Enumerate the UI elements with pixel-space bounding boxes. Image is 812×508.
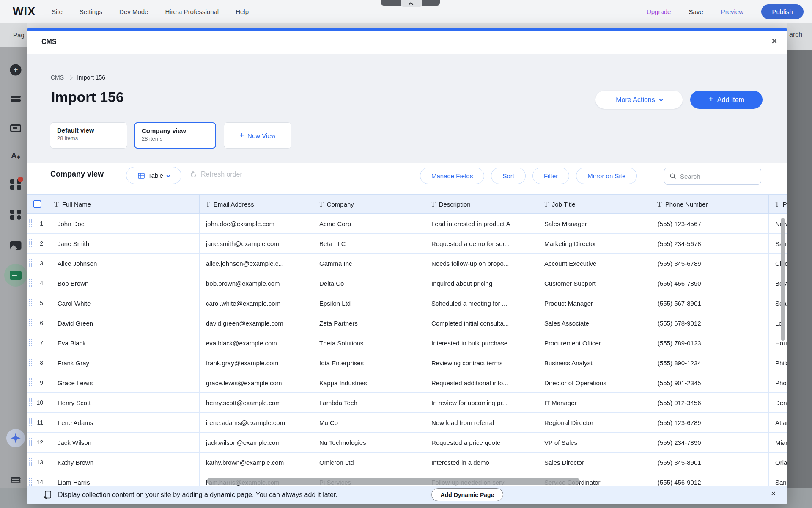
cell-clipped[interactable]: New Y (769, 214, 787, 233)
top-nav-item[interactable]: Dev Mode (119, 8, 148, 15)
cell-job-title[interactable]: Sales Director (538, 453, 651, 472)
cell-email[interactable]: irene.adams@example.com (200, 413, 313, 432)
site-menu-icon[interactable] (11, 94, 21, 103)
cell-description[interactable]: Requested additional info... (425, 373, 538, 392)
cell-phone[interactable]: (555) 567-8901 (651, 293, 769, 313)
column-header-job-title[interactable]: TJob Title (538, 195, 651, 213)
cms-panel-icon[interactable] (4, 264, 27, 287)
cell-description[interactable]: New lead from referral (425, 413, 538, 432)
cell-job-title[interactable]: Business Analyst (538, 353, 651, 373)
top-nav-item[interactable]: Settings (80, 8, 102, 15)
drag-handle[interactable] (29, 259, 33, 268)
cell-full-name[interactable]: Alice Johnson (48, 254, 200, 273)
cell-job-title[interactable]: Sales Manager (538, 214, 651, 233)
cell-company[interactable]: Delta Co (313, 273, 425, 293)
search-box[interactable] (664, 168, 761, 185)
table-row[interactable]: 8 Frank Gray frank.gray@example.com Iota… (27, 353, 787, 373)
cell-phone[interactable]: (555) 234-7890 (651, 433, 769, 452)
cell-description[interactable]: Interested in bulk purchase (425, 333, 538, 353)
search-input[interactable] (680, 173, 752, 180)
drag-handle[interactable] (29, 398, 33, 407)
cell-description[interactable]: Reviewing contract terms (425, 353, 538, 373)
column-header-company[interactable]: TCompany (313, 195, 425, 213)
cell-full-name[interactable]: Jack Wilson (48, 433, 200, 452)
cell-company[interactable]: Mu Co (313, 413, 425, 432)
cell-email[interactable]: eva.black@example.com (200, 333, 313, 353)
cell-full-name[interactable]: Bob Brown (48, 273, 200, 293)
cell-full-name[interactable]: Kathy Brown (48, 453, 200, 472)
cell-email[interactable]: grace.lewis@example.com (200, 373, 313, 392)
column-header-email[interactable]: TEmail Address (200, 195, 313, 213)
view-tab-company-selected[interactable]: Company view 28 items (134, 122, 216, 149)
cell-email[interactable]: bob.brown@example.com (200, 273, 313, 293)
cell-job-title[interactable]: Customer Support (538, 273, 651, 293)
cell-full-name[interactable]: Frank Gray (48, 353, 200, 373)
cell-phone[interactable]: (555) 123-4567 (651, 214, 769, 233)
cell-clipped[interactable]: Denv (769, 393, 787, 412)
table-row[interactable]: 2 Jane Smith jane.smith@example.com Beta… (27, 234, 787, 254)
cell-job-title[interactable]: Product Manager (538, 293, 651, 313)
layers-icon[interactable] (11, 478, 20, 483)
add-element-icon[interactable]: + (10, 64, 22, 76)
cell-clipped[interactable]: San D (769, 472, 787, 486)
table-row[interactable]: 9 Grace Lewis grace.lewis@example.com Ka… (27, 373, 787, 393)
cell-job-title[interactable]: Regional Director (538, 413, 651, 432)
elements-panel-icon[interactable] (10, 179, 21, 190)
cell-email[interactable]: kathy.brown@example.com (200, 453, 313, 472)
view-tab-default[interactable]: Default view 28 items (50, 122, 127, 149)
cell-clipped[interactable]: Seatt (769, 293, 787, 313)
cell-job-title[interactable]: Procurement Officer (538, 333, 651, 353)
cell-clipped[interactable]: Bosto (769, 273, 787, 293)
cell-job-title[interactable]: Marketing Director (538, 234, 651, 253)
cell-clipped[interactable]: Phila (769, 353, 787, 373)
cell-description[interactable]: Requested a price quote (425, 433, 538, 452)
cell-company[interactable]: Kappa Industries (313, 373, 425, 392)
cell-company[interactable]: Omicron Ltd (313, 453, 425, 472)
toolbar-pill-button[interactable]: Filter (532, 168, 569, 184)
cell-email[interactable]: john.doe@example.com (200, 214, 313, 233)
drag-handle[interactable] (29, 418, 33, 427)
drag-handle[interactable] (29, 478, 33, 486)
drag-handle[interactable] (29, 319, 33, 327)
site-design-icon[interactable]: A◆ (11, 151, 20, 160)
new-view-button[interactable]: + New View (224, 122, 291, 149)
table-row[interactable]: 13 Kathy Brown kathy.brown@example.com O… (27, 453, 787, 472)
cell-email[interactable]: alice.johnson@example.c... (200, 254, 313, 273)
cell-description[interactable]: Interested in a demo (425, 453, 538, 472)
cell-description[interactable]: Inquired about pricing (425, 273, 538, 293)
table-row[interactable]: 4 Bob Brown bob.brown@example.com Delta … (27, 273, 787, 293)
cell-company[interactable]: Acme Corp (313, 214, 425, 233)
save-button[interactable]: Save (689, 8, 703, 15)
top-nav-item[interactable]: Help (236, 8, 249, 15)
table-row[interactable]: 3 Alice Johnson alice.johnson@example.c.… (27, 254, 787, 273)
drag-handle[interactable] (29, 279, 33, 287)
cell-email[interactable]: david.green@example.com (200, 313, 313, 333)
drag-handle[interactable] (29, 239, 33, 248)
page-sections-icon[interactable] (10, 124, 21, 132)
vertical-scrollbar-thumb[interactable] (781, 218, 785, 341)
add-dynamic-page-button[interactable]: Add Dynamic Page (431, 488, 503, 501)
drag-handle[interactable] (29, 359, 33, 367)
close-icon[interactable]: × (771, 36, 777, 46)
table-row[interactable]: 5 Carol White carol.white@example.com Ep… (27, 293, 787, 313)
drag-handle[interactable] (29, 339, 33, 347)
table-row[interactable]: 12 Jack Wilson jack.wilson@example.com N… (27, 433, 787, 453)
cell-clipped[interactable]: Hous (769, 333, 787, 353)
drag-handle[interactable] (29, 299, 33, 307)
cell-phone[interactable]: (555) 123-6789 (651, 413, 769, 432)
cell-description[interactable]: Needs follow-up on propo... (425, 254, 538, 273)
column-header-full-name[interactable]: TFull Name (48, 195, 200, 213)
layout-selector[interactable]: Table (126, 167, 181, 184)
cell-full-name[interactable]: Carol White (48, 293, 200, 313)
drag-handle[interactable] (29, 438, 33, 447)
table-row[interactable]: 7 Eva Black eva.black@example.com Theta … (27, 333, 787, 353)
cell-job-title[interactable]: Director of Operations (538, 373, 651, 392)
cell-description[interactable]: Completed initial consulta... (425, 313, 538, 333)
cell-clipped[interactable]: Los A (769, 313, 787, 333)
cell-email[interactable]: henry.scott@example.com (200, 393, 313, 412)
cell-company[interactable]: Gamma Inc (313, 254, 425, 273)
cell-description[interactable]: Lead interested in product A (425, 214, 538, 233)
cell-email[interactable]: jane.smith@example.com (200, 234, 313, 253)
cell-company[interactable]: Epsilon Ltd (313, 293, 425, 313)
cell-phone[interactable]: (555) 456-7890 (651, 273, 769, 293)
